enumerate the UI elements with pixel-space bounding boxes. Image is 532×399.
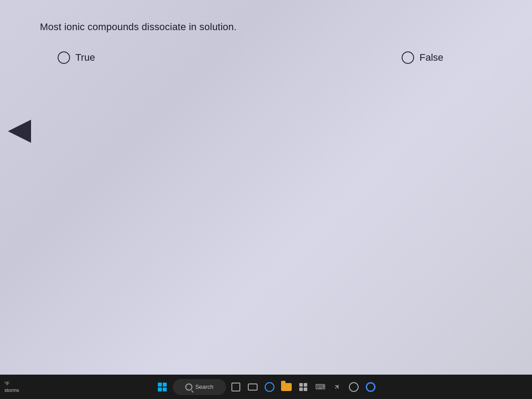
option-true-label: True [75, 52, 95, 63]
taskbar-search-label: Search [195, 383, 213, 390]
weather-condition: storms [4, 387, 19, 393]
quiz-area: Most ionic compounds dissociate in solut… [0, 0, 532, 375]
back-button[interactable] [8, 120, 31, 143]
chrome-taskbar-button[interactable] [364, 380, 378, 394]
accessibility-taskbar-button[interactable]: ⌨ [313, 380, 327, 394]
taskbar-weather: °F storms [0, 380, 19, 393]
grid-cell-4 [304, 387, 307, 391]
grid-cell-2 [304, 383, 307, 387]
taskbar: °F storms Search [0, 375, 532, 399]
grid-cell-1 [299, 383, 303, 387]
cortana-taskbar-button[interactable] [347, 380, 361, 394]
cortana-icon [349, 382, 359, 392]
grid-taskbar-button[interactable] [296, 380, 310, 394]
radio-true[interactable] [58, 51, 70, 64]
windows-start-button[interactable] [154, 379, 170, 395]
folder-icon [281, 383, 292, 391]
airplane-taskbar-button[interactable]: ✈ [330, 380, 344, 394]
accessibility-icon: ⌨ [315, 383, 325, 391]
camera-taskbar-button[interactable] [246, 380, 260, 394]
grid-apps-icon [299, 383, 307, 391]
option-true[interactable]: True [58, 51, 95, 64]
grid-cell-3 [299, 387, 303, 391]
option-false[interactable]: False [402, 51, 443, 64]
weather-temp: °F [4, 380, 19, 387]
edge-taskbar-button[interactable] [262, 380, 277, 394]
edge-browser-icon [265, 382, 274, 392]
question-text: Most ionic compounds dissociate in solut… [40, 21, 237, 33]
windows-logo-icon [158, 383, 167, 391]
option-false-label: False [419, 52, 443, 63]
weather-info: °F storms [4, 380, 19, 393]
win-pane-1 [158, 383, 162, 387]
win-pane-2 [163, 383, 167, 387]
back-arrow-icon [8, 120, 31, 143]
chrome-browser-icon [366, 382, 376, 392]
win-pane-3 [158, 387, 162, 391]
radio-false[interactable] [402, 51, 414, 64]
airplane-icon: ✈ [332, 382, 342, 392]
win-pane-4 [163, 387, 167, 391]
camera-icon [248, 383, 258, 391]
desktop-square-icon [231, 383, 240, 391]
show-desktop-button[interactable] [229, 380, 243, 394]
file-explorer-button[interactable] [279, 380, 293, 394]
taskbar-search-button[interactable]: Search [173, 379, 226, 395]
search-magnifier-icon [185, 383, 192, 391]
taskbar-center-icons: Search ⌨ [154, 379, 378, 395]
